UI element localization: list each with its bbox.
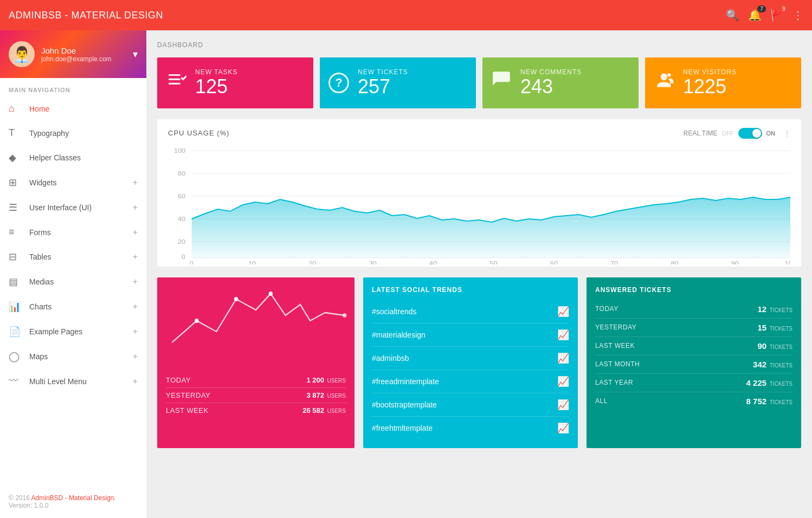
- widgets-expand-icon[interactable]: +: [133, 178, 138, 187]
- footer-version: Version: 1.0.0: [9, 502, 48, 509]
- mini-chart-card: TODAY 1 200 USERS YESTERDAY 3 872 USERS …: [157, 277, 355, 448]
- mini-stat-row: TODAY 1 200 USERS: [166, 373, 346, 388]
- cpu-chart-area: 100 80 60 40 20 0: [168, 145, 790, 267]
- social-trend-tag: #bootstraptemplate: [372, 400, 437, 409]
- search-icon[interactable]: 🔍: [726, 9, 739, 22]
- ticket-row: LAST WEEK 90 TICKETS: [595, 337, 792, 355]
- svg-text:60: 60: [178, 192, 185, 199]
- tickets-stat-info: NEW TICKETS 257: [358, 68, 408, 98]
- footer-brand-link[interactable]: AdminBSD - Material Design.: [31, 494, 116, 502]
- sidebar-item-widgets[interactable]: ⊞ Widgets +: [0, 170, 146, 195]
- answered-tickets-card: ANSWERED TICKETS TODAY 12 TICKETS YESTER…: [587, 277, 801, 448]
- helper-classes-nav-label: Helper Classes: [29, 153, 138, 162]
- comments-stat-value: 243: [520, 76, 582, 98]
- svg-text:0: 0: [182, 253, 185, 260]
- multi-level-expand-icon[interactable]: +: [133, 377, 138, 386]
- mini-stat-row: YESTERDAY 3 872 USERS: [166, 388, 346, 403]
- social-trends-title: LATEST SOCIAL TRENDS: [372, 286, 569, 294]
- avatar: 👨‍💼: [9, 41, 35, 67]
- nav-section-title: MAIN NAVIGATION: [0, 78, 146, 96]
- profile-dropdown-arrow[interactable]: ▾: [133, 48, 138, 60]
- notifications-icon[interactable]: 🔔 7: [748, 9, 762, 22]
- ticket-row-value: 15 TICKETS: [757, 323, 792, 332]
- stat-card-visitors: NEW VISITORS 1225: [645, 57, 801, 108]
- svg-text:40: 40: [178, 215, 185, 222]
- flags-badge: 9: [779, 5, 788, 12]
- social-trend-tag: #freeadmintemplate: [372, 377, 439, 386]
- sidebar-item-forms[interactable]: ≡ Forms +: [0, 220, 146, 244]
- sidebar-item-example-pages[interactable]: 📄 Example Pages +: [0, 319, 146, 344]
- medias-expand-icon[interactable]: +: [133, 277, 138, 287]
- ui-nav-icon: ☰: [9, 202, 24, 213]
- svg-text:90: 90: [731, 260, 739, 264]
- multi-level-nav-label: Multi Level Menu: [29, 377, 133, 386]
- maps-nav-label: Maps: [29, 352, 133, 361]
- svg-text:100: 100: [784, 260, 790, 264]
- nav-list: ⌂ Home T Typography ◆ Helper Classes ⊞ W…: [0, 96, 146, 393]
- svg-text:80: 80: [671, 260, 678, 264]
- medias-nav-label: Medias: [29, 277, 133, 286]
- maps-expand-icon[interactable]: +: [133, 352, 138, 361]
- home-nav-label: Home: [29, 105, 138, 113]
- sidebar-item-maps[interactable]: ◯ Maps +: [0, 344, 146, 369]
- tasks-stat-value: 125: [195, 76, 238, 98]
- ticket-row-value: 342 TICKETS: [753, 360, 792, 369]
- example-pages-nav-label: Example Pages: [29, 327, 133, 336]
- flags-icon[interactable]: 🚩 9: [770, 9, 784, 22]
- answered-tickets-title: ANSWERED TICKETS: [595, 286, 792, 294]
- sidebar: 👨‍💼 John Doe john.doe@example.com ▾ MAIN…: [0, 30, 146, 518]
- footer-year: © 2016: [9, 494, 30, 502]
- sidebar-item-helper-classes[interactable]: ◆ Helper Classes: [0, 145, 146, 170]
- sidebar-item-tables[interactable]: ⊟ Tables +: [0, 244, 146, 269]
- profile-info: John Doe john.doe@example.com: [41, 46, 126, 63]
- ticket-row-label: LAST WEEK: [595, 342, 635, 349]
- mini-chart-svg: [157, 277, 355, 364]
- forms-nav-icon: ≡: [9, 226, 24, 238]
- sidebar-item-typography[interactable]: T Typography: [0, 121, 146, 145]
- ui-expand-icon[interactable]: +: [133, 203, 138, 212]
- stat-card-tickets: ? NEW TICKETS 257: [320, 57, 476, 108]
- visitors-stat-label: NEW VISITORS: [683, 68, 737, 76]
- cpu-chart-fill: [192, 197, 790, 258]
- chart-more-icon[interactable]: ⋮: [784, 130, 790, 137]
- sidebar-item-medias[interactable]: ▤ Medias +: [0, 269, 146, 294]
- mini-stat-value: 26 582 USERS: [302, 406, 346, 415]
- toggle-on-label: ON: [766, 130, 776, 137]
- cpu-chart-svg: 100 80 60 40 20 0: [168, 145, 790, 264]
- profile-email: john.doe@example.com: [41, 55, 126, 63]
- social-trend-row: #bootstraptemplate 📈: [372, 393, 569, 417]
- main-content: DASHBOARD NEW TASKS 125 ? NEW TICKETS 25…: [146, 30, 812, 518]
- visitors-stat-info: NEW VISITORS 1225: [683, 68, 737, 98]
- widgets-nav-label: Widgets: [29, 178, 133, 187]
- more-icon[interactable]: ⋮: [792, 9, 803, 22]
- tickets-stat-value: 257: [358, 76, 408, 98]
- toggle-off-label: OFF: [722, 130, 734, 137]
- svg-text:30: 30: [369, 260, 377, 264]
- tables-expand-icon[interactable]: +: [133, 252, 138, 262]
- example-pages-expand-icon[interactable]: +: [133, 327, 138, 336]
- helper-classes-nav-icon: ◆: [9, 152, 24, 164]
- sidebar-item-home[interactable]: ⌂ Home: [0, 96, 146, 121]
- sidebar-item-ui[interactable]: ☰ User Interface (UI) +: [0, 195, 146, 220]
- svg-point-26: [195, 319, 198, 323]
- charts-expand-icon[interactable]: +: [133, 302, 138, 312]
- forms-expand-icon[interactable]: +: [133, 228, 138, 237]
- svg-text:100: 100: [174, 147, 185, 154]
- ticket-row-value: 90 TICKETS: [757, 341, 792, 351]
- social-trend-tag: #adminbsb: [372, 354, 409, 362]
- realtime-toggle[interactable]: [738, 128, 762, 139]
- comments-stat-icon: [491, 70, 512, 95]
- stat-cards: NEW TASKS 125 ? NEW TICKETS 257 NEW COMM…: [157, 57, 801, 108]
- svg-text:80: 80: [178, 170, 185, 177]
- sidebar-item-multi-level[interactable]: 〰 Multi Level Menu +: [0, 369, 146, 393]
- social-trend-up-icon: 📈: [557, 306, 569, 318]
- profile-name: John Doe: [41, 46, 126, 55]
- social-trend-row: #socialtrends 📈: [372, 300, 569, 323]
- sidebar-item-charts[interactable]: 📊 Charts +: [0, 294, 146, 319]
- mini-stat-label: LAST WEEK: [166, 406, 209, 415]
- svg-rect-2: [169, 83, 181, 85]
- sidebar-profile: 👨‍💼 John Doe john.doe@example.com ▾: [0, 30, 146, 78]
- home-nav-icon: ⌂: [9, 103, 24, 114]
- svg-text:10: 10: [248, 260, 256, 264]
- svg-text:60: 60: [550, 260, 558, 264]
